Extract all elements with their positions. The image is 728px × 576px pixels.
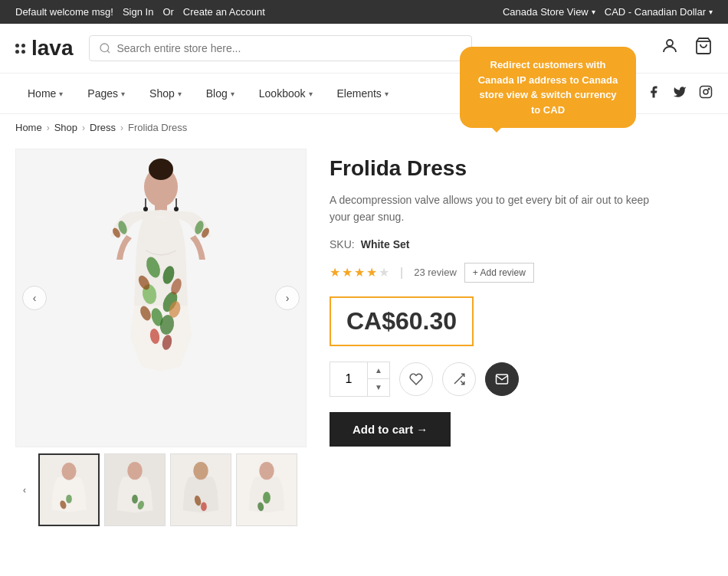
quantity-up-button[interactable]: ▲	[368, 362, 389, 379]
svg-point-28	[143, 207, 148, 211]
store-view-label: Canada Store View	[503, 6, 589, 18]
dress-illustration	[84, 152, 238, 443]
svg-line-1	[107, 51, 110, 53]
product-info: Frolida Dress A decompression valve allo…	[330, 149, 713, 526]
breadcrumb-shop[interactable]: Shop	[54, 122, 77, 133]
star-5: ★	[379, 265, 389, 280]
currency-chevron-icon: ▾	[709, 8, 713, 16]
or-separator: Or	[162, 6, 173, 18]
svg-point-0	[100, 44, 109, 52]
sku-value: White Set	[361, 238, 410, 250]
nav-lookbook[interactable]: Lookbook ▾	[247, 81, 325, 106]
add-review-button[interactable]: + Add review	[464, 263, 534, 283]
star-rating: ★ ★ ★ ★ ★	[330, 265, 389, 280]
tooltip-bubble: Redirect customers with Canada IP addres…	[460, 47, 636, 128]
product-images: ‹	[15, 149, 307, 526]
instagram-icon[interactable]	[699, 85, 713, 102]
compare-button[interactable]	[442, 362, 476, 396]
image-prev-arrow[interactable]: ‹	[22, 286, 47, 310]
svg-point-6	[708, 88, 710, 90]
actions-row: ▲ ▼	[330, 362, 713, 397]
breadcrumb-dress[interactable]: Dress	[90, 122, 116, 133]
breadcrumb-current: Frolida Dress	[128, 122, 187, 133]
svg-point-30	[174, 207, 179, 211]
nav-shop[interactable]: Shop ▾	[137, 81, 194, 106]
email-button[interactable]	[485, 362, 519, 396]
star-3: ★	[354, 265, 365, 280]
sku-label: SKU:	[330, 238, 355, 250]
email-icon	[495, 372, 509, 386]
svg-point-42	[201, 502, 207, 512]
breadcrumb-sep-3: ›	[120, 123, 123, 133]
nav-home[interactable]: Home ▾	[15, 81, 75, 106]
currency-selector[interactable]: CAD - Canadian Dollar ▾	[605, 6, 713, 18]
thumbnail-prev[interactable]: ‹	[15, 453, 34, 526]
logo-dots-icon	[15, 44, 25, 54]
heart-icon	[409, 372, 423, 386]
store-view-selector[interactable]: Canada Store View ▾	[503, 6, 595, 18]
star-2: ★	[342, 265, 353, 280]
nav-elements-chevron-icon: ▾	[385, 90, 389, 98]
compare-icon	[452, 372, 466, 386]
nav-lookbook-chevron-icon: ▾	[309, 90, 313, 98]
thumbnail-4[interactable]	[236, 453, 297, 526]
review-divider: |	[400, 266, 403, 280]
svg-point-5	[703, 90, 708, 94]
product-price: CA$60.30	[346, 307, 457, 335]
star-4: ★	[366, 265, 377, 280]
search-bar[interactable]	[89, 35, 472, 61]
twitter-icon[interactable]	[673, 85, 687, 102]
site-header: lava Redirect customers with Canada IP a…	[0, 24, 728, 74]
logo[interactable]: lava	[15, 36, 74, 61]
price-box: CA$60.30	[330, 296, 474, 346]
thumbnail-3[interactable]	[170, 453, 231, 526]
create-account-link[interactable]: Create an Account	[183, 6, 265, 18]
nav-pages[interactable]: Pages ▾	[75, 81, 137, 106]
account-icon[interactable]	[661, 37, 679, 60]
quantity-down-button[interactable]: ▼	[368, 379, 389, 396]
search-input[interactable]	[117, 42, 462, 54]
header-icons	[661, 37, 713, 60]
tooltip-text: Redirect customers with Canada IP addres…	[478, 59, 618, 116]
star-1: ★	[330, 265, 340, 280]
breadcrumb-sep-1: ›	[47, 123, 50, 133]
quantity-input[interactable]	[330, 362, 367, 396]
product-description: A decompression valve allows you to get …	[330, 191, 651, 226]
svg-point-44	[259, 462, 274, 479]
cart-icon[interactable]	[694, 37, 713, 60]
review-row: ★ ★ ★ ★ ★ | 23 review + Add review	[330, 263, 713, 283]
search-icon	[99, 42, 111, 54]
quantity-box: ▲ ▼	[330, 362, 390, 397]
nav-elements[interactable]: Elements ▾	[325, 81, 401, 106]
thumbnail-2[interactable]	[104, 453, 166, 526]
svg-point-32	[62, 463, 77, 480]
svg-point-33	[66, 495, 72, 503]
svg-point-45	[263, 492, 271, 504]
thumbnail-row: ‹	[15, 453, 307, 526]
thumbnail-1[interactable]	[38, 453, 100, 526]
nav-blog[interactable]: Blog ▾	[194, 81, 247, 106]
svg-point-40	[193, 462, 208, 479]
store-view-chevron-icon: ▾	[592, 8, 595, 16]
breadcrumb-home[interactable]: Home	[15, 122, 42, 133]
breadcrumb-sep-2: ›	[82, 123, 85, 133]
nav-pages-chevron-icon: ▾	[121, 90, 125, 98]
currency-label: CAD - Canadian Dollar	[605, 6, 706, 18]
add-to-cart-button[interactable]: Add to cart →	[330, 412, 451, 447]
sku-row: SKU: White Set	[330, 238, 713, 250]
svg-rect-4	[700, 87, 712, 98]
svg-point-37	[132, 495, 138, 504]
nav-shop-chevron-icon: ▾	[178, 90, 182, 98]
top-bar: Default welcome msg! Sign In Or Create a…	[0, 0, 728, 24]
sign-in-link[interactable]: Sign In	[123, 6, 153, 18]
svg-point-2	[667, 40, 673, 46]
nav-home-chevron-icon: ▾	[59, 90, 63, 98]
facebook-icon[interactable]	[647, 85, 661, 102]
product-section: ‹	[0, 141, 728, 549]
main-product-image: ‹	[15, 149, 307, 447]
image-next-arrow[interactable]: ›	[275, 286, 300, 310]
nav-blog-chevron-icon: ▾	[231, 90, 234, 98]
logo-text: lava	[31, 36, 74, 61]
wishlist-button[interactable]	[399, 362, 433, 396]
product-title: Frolida Dress	[330, 156, 713, 181]
